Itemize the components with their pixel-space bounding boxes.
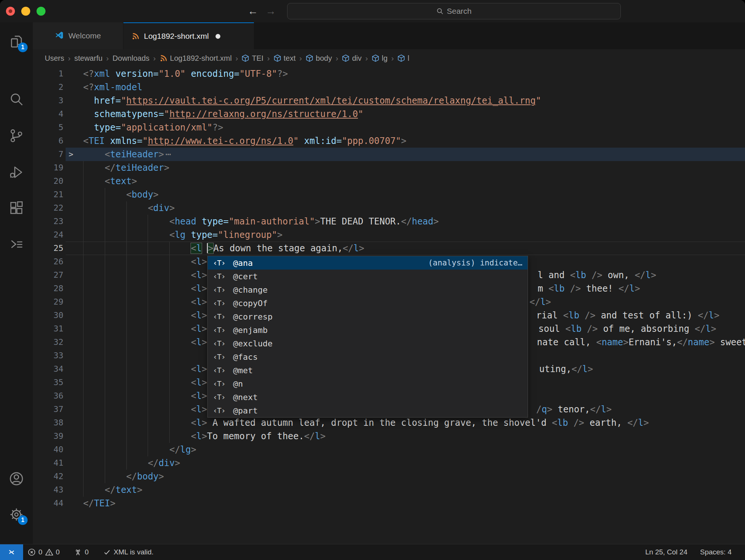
line-number[interactable]: 22: [33, 201, 63, 215]
suggest-item-facs[interactable]: ‹T›@facs: [208, 350, 528, 364]
suggest-item-enjamb[interactable]: ‹T›@enjamb: [208, 323, 528, 337]
line-number[interactable]: 32: [33, 336, 63, 349]
line-number[interactable]: 5: [33, 121, 63, 134]
tab-welcome[interactable]: Welcome: [33, 22, 123, 49]
fold-chevron-icon[interactable]: >: [69, 148, 73, 161]
breadcrumb-item-users[interactable]: Users: [45, 54, 64, 63]
line-number[interactable]: 7: [33, 148, 63, 161]
line-number[interactable]: 21: [33, 188, 63, 201]
code-line-39[interactable]: 39 <l>To memory of thee.</l>: [33, 430, 745, 443]
line-number[interactable]: 33: [33, 349, 63, 362]
zoom-window-button[interactable]: [37, 7, 45, 16]
sidebar-item-accounts[interactable]: [0, 465, 33, 492]
suggest-item-met[interactable]: ‹T›@met: [208, 364, 528, 377]
suggest-item-change[interactable]: ‹T›@change: [208, 283, 528, 296]
navigate-forward-icon[interactable]: →: [263, 4, 278, 19]
line-number[interactable]: 30: [33, 309, 63, 322]
line-number[interactable]: 40: [33, 443, 63, 456]
code-line-1[interactable]: 1<?xml version="1.0" encoding="UTF-8"?>: [33, 67, 745, 81]
editor[interactable]: 1<?xml version="1.0" encoding="UTF-8"?>2…: [33, 67, 745, 544]
close-window-button[interactable]: [6, 7, 15, 16]
line-number[interactable]: 25: [33, 242, 63, 255]
line-number[interactable]: 4: [33, 107, 63, 121]
line-number[interactable]: 35: [33, 376, 63, 389]
line-number[interactable]: 31: [33, 322, 63, 336]
problems-status[interactable]: 0 0: [23, 544, 64, 560]
line-number[interactable]: 36: [33, 389, 63, 403]
line-number[interactable]: 2: [33, 81, 63, 94]
breadcrumb-item-stewarfu[interactable]: stewarfu: [74, 54, 103, 63]
suggest-item-ana[interactable]: ‹T›@ana(analysis) indicate…: [208, 256, 528, 270]
sidebar-item-source-control[interactable]: [0, 122, 33, 149]
code-line-5[interactable]: 5 type="application/xml"?>: [33, 121, 745, 134]
breadcrumb-item-log1892-short-xml[interactable]: Log1892-short.xml: [160, 54, 232, 63]
code-line-3[interactable]: 3 href="https://vault.tei-c.org/P5/curre…: [33, 94, 745, 107]
remote-indicator[interactable]: [0, 544, 23, 560]
code-line-7[interactable]: 7> <teiHeader>⋯: [33, 148, 745, 161]
line-number[interactable]: 19: [33, 161, 63, 174]
line-number[interactable]: 29: [33, 295, 63, 309]
command-center-search[interactable]: Search: [287, 3, 621, 19]
line-number[interactable]: 38: [33, 416, 63, 430]
line-number[interactable]: 23: [33, 215, 63, 228]
sidebar-item-search[interactable]: [0, 86, 33, 113]
line-number[interactable]: 20: [33, 174, 63, 188]
breadcrumb-item-downloads[interactable]: Downloads: [113, 54, 150, 63]
line-number[interactable]: 37: [33, 403, 63, 416]
code-line-42[interactable]: 42 </body>: [33, 470, 745, 483]
code-line-44[interactable]: 44</TEI>: [33, 497, 745, 510]
line-number[interactable]: 1: [33, 67, 63, 81]
code-line-40[interactable]: 40 </lg>: [33, 443, 745, 456]
breadcrumb-item-text[interactable]: text: [274, 54, 296, 63]
line-number[interactable]: 39: [33, 430, 63, 443]
breadcrumb-item-body[interactable]: body: [306, 54, 332, 63]
line-number[interactable]: 41: [33, 456, 63, 470]
code-line-22[interactable]: 22 <div>: [33, 201, 745, 215]
indentation-status[interactable]: Spaces: 4: [697, 548, 736, 556]
code-line-6[interactable]: 6<TEI xmlns="http://www.tei-c.org/ns/1.0…: [33, 134, 745, 148]
line-number[interactable]: 34: [33, 362, 63, 376]
line-number[interactable]: 3: [33, 94, 63, 107]
suggest-item-exclude[interactable]: ‹T›@exclude: [208, 337, 528, 350]
sidebar-item-explorer[interactable]: 1: [0, 28, 33, 55]
sidebar-item-settings[interactable]: 1: [0, 501, 33, 528]
suggest-item-next[interactable]: ‹T›@next: [208, 390, 528, 404]
code-line-43[interactable]: 43 </text>: [33, 483, 745, 497]
line-number[interactable]: 24: [33, 228, 63, 242]
minimize-window-button[interactable]: [21, 7, 30, 16]
suggest-item-copyOf[interactable]: ‹T›@copyOf: [208, 296, 528, 310]
sidebar-item-run-debug[interactable]: [0, 159, 33, 186]
ports-status[interactable]: 0: [69, 544, 93, 560]
breadcrumb-item-tei[interactable]: TEI: [242, 54, 263, 63]
sidebar-item-xml-tools[interactable]: [0, 230, 33, 257]
breadcrumb-item-l[interactable]: l: [397, 54, 409, 63]
code-line-20[interactable]: 20 <text>: [33, 174, 745, 188]
modified-dot-icon[interactable]: [216, 34, 220, 39]
code-line-19[interactable]: 19 </teiHeader>: [33, 161, 745, 174]
code-line-23[interactable]: 23 <head type="main-authorial">THE DEAD …: [33, 215, 745, 228]
line-number[interactable]: 28: [33, 282, 63, 295]
code-line-24[interactable]: 24 <lg type="linegroup">: [33, 228, 745, 242]
suggest-item-corresp[interactable]: ‹T›@corresp: [208, 310, 528, 323]
line-number[interactable]: 42: [33, 470, 63, 483]
line-number[interactable]: 27: [33, 268, 63, 282]
breadcrumb-item-lg[interactable]: lg: [372, 54, 388, 63]
code-line-21[interactable]: 21 <body>: [33, 188, 745, 201]
sidebar-item-extensions[interactable]: [0, 195, 33, 221]
tab-log1892-short-xml[interactable]: Log1892-short.xml: [123, 22, 254, 49]
xml-valid-status[interactable]: XML is valid.: [98, 544, 158, 560]
suggest-item-cert[interactable]: ‹T›@cert: [208, 270, 528, 283]
line-number[interactable]: 44: [33, 497, 63, 510]
breadcrumb-item-div[interactable]: div: [342, 54, 362, 63]
code-line-4[interactable]: 4 schematypens="http://relaxng.org/ns/st…: [33, 107, 745, 121]
suggest-item-part[interactable]: ‹T›@part: [208, 404, 528, 417]
line-number[interactable]: 43: [33, 483, 63, 497]
cursor-position-status[interactable]: Ln 25, Col 24: [641, 548, 691, 556]
line-number[interactable]: 6: [33, 134, 63, 148]
suggest-item-n[interactable]: ‹T›@n: [208, 377, 528, 390]
code-line-38[interactable]: 38 <l> A wafted autumn leaf, dropt in th…: [33, 416, 745, 430]
code-line-25[interactable]: 25 <l >As down the stage again,</l>: [33, 242, 745, 255]
line-number[interactable]: 26: [33, 255, 63, 268]
code-line-41[interactable]: 41 </div>: [33, 456, 745, 470]
navigate-back-icon[interactable]: ←: [245, 4, 260, 19]
